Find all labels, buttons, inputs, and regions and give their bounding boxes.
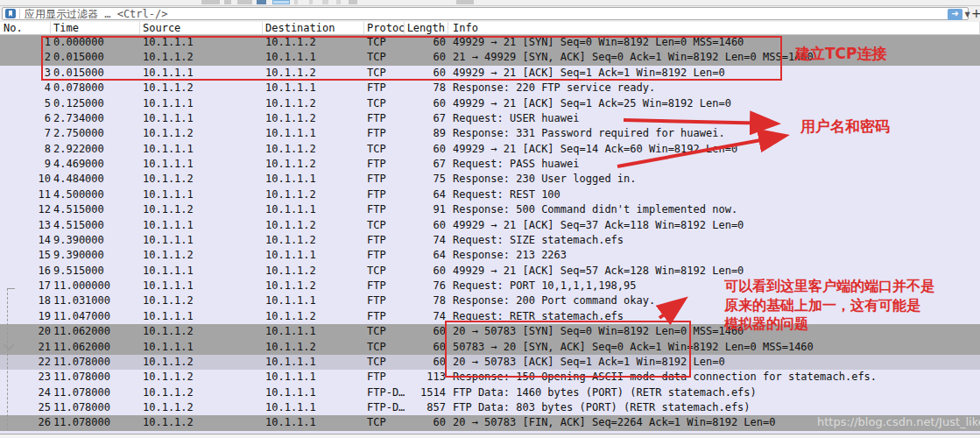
cell-protocol: FTP	[364, 279, 405, 293]
column-header-protocol[interactable]: Protoco:	[364, 22, 405, 34]
apply-filter-button[interactable]: ➜	[948, 9, 962, 20]
packet-row[interactable]: 94.46900010.1.1.110.1.1.2FTP67Request: P…	[0, 157, 980, 172]
cell-protocol: FTP	[364, 81, 405, 95]
cell-time: 9.515000	[51, 264, 140, 279]
cell-info: 49929 → 21 [ACK] Seq=37 Ack=118 Win=8192…	[448, 218, 980, 233]
add-filter-button[interactable]: +	[971, 6, 980, 20]
cell-source: 10.1.1.2	[140, 293, 263, 308]
annotation-port-note: 可以看到这里客户端的端口并不是 原来的基础上加一，这有可能是 模拟器的问题	[724, 277, 934, 334]
cell-no: 14	[0, 233, 51, 248]
cell-source: 10.1.1.2	[140, 126, 263, 141]
cell-time: 11.062000	[51, 324, 140, 339]
list-bottom-strip	[0, 431, 980, 438]
filter-bookmark-icon[interactable]	[5, 9, 16, 18]
display-filter-input[interactable]: 应用显示过滤器 … <Ctrl-/> ➜ ▼	[2, 7, 969, 20]
cell-source: 10.1.1.2	[140, 370, 263, 385]
cell-protocol: FTP	[364, 233, 405, 248]
cell-destination: 10.1.1.1	[263, 126, 364, 141]
cell-destination: 10.1.1.1	[263, 385, 364, 400]
cell-source: 10.1.1.2	[140, 81, 263, 95]
toolbar-button-remnant[interactable]	[201, 0, 220, 4]
cell-protocol: TCP	[364, 415, 405, 430]
cell-time: 11.031000	[51, 293, 140, 308]
cell-source: 10.1.1.1	[140, 96, 263, 111]
packet-row[interactable]: 2411.07800010.1.1.210.1.1.1FTP-D…1514FTP…	[0, 385, 980, 400]
annotation-tcp-handshake: 建立TCP连接	[795, 44, 887, 64]
toolbar-button-remnant[interactable]	[224, 0, 231, 4]
cell-time: 11.078000	[51, 415, 140, 430]
cell-length: 60	[405, 340, 448, 355]
cell-destination: 10.1.1.2	[263, 309, 364, 324]
toolbar-button-remnant[interactable]	[294, 0, 298, 4]
cell-source: 10.1.1.1	[140, 340, 263, 355]
packet-row[interactable]: 2511.07800010.1.1.210.1.1.1FTP-D…857FTP …	[0, 400, 980, 415]
packet-row[interactable]: 149.39000010.1.1.110.1.1.2FTP74Request: …	[0, 233, 980, 248]
toolbar-button-remnant[interactable]	[322, 0, 328, 4]
column-header-no[interactable]: No.	[0, 22, 51, 34]
cell-time: 11.000000	[51, 279, 140, 293]
related-packets-line	[7, 288, 8, 430]
cell-destination: 10.1.1.1	[263, 415, 364, 430]
packet-list-header: No.TimeSourceDestinationProtoco:LengthIn…	[0, 22, 980, 35]
cell-destination: 10.1.1.1	[263, 324, 364, 339]
cell-destination: 10.1.1.2	[263, 157, 364, 172]
cell-length: 74	[405, 309, 448, 324]
cell-length: 60	[405, 324, 448, 339]
cell-no: 5	[0, 96, 51, 111]
cell-destination: 10.1.1.1	[263, 293, 364, 308]
cell-destination: 10.1.1.2	[263, 340, 364, 355]
cell-length: 60	[405, 142, 448, 157]
toolbar-remnant-strip	[0, 0, 980, 6]
toolbar-button-remnant[interactable]	[349, 0, 357, 4]
packet-row[interactable]: 134.51500010.1.1.110.1.1.2TCP6049929 → 2…	[0, 218, 980, 233]
column-header-info[interactable]: Info	[448, 22, 980, 34]
cell-length: 75	[405, 172, 448, 187]
annotation-credentials: 用户名和密码	[800, 117, 890, 137]
cell-time: 11.078000	[51, 385, 140, 400]
packet-row[interactable]: 104.48400010.1.1.210.1.1.1FTP75Response:…	[0, 172, 980, 187]
cell-time: 2.734000	[51, 111, 140, 126]
packet-row[interactable]: 50.12500010.1.1.110.1.1.2TCP6049929 → 21…	[0, 96, 980, 111]
cell-no: 16	[0, 264, 51, 279]
toolbar-button-remnant[interactable]	[456, 0, 474, 4]
cell-protocol: FTP	[364, 157, 405, 172]
packet-row[interactable]: 114.50000010.1.1.110.1.1.2FTP64Request: …	[0, 187, 980, 202]
cell-time: 11.078000	[51, 355, 140, 370]
cell-length: 857	[405, 400, 448, 415]
column-header-length[interactable]: Length	[405, 22, 448, 34]
cell-protocol: FTP	[364, 172, 405, 187]
toolbar-button-remnant[interactable]	[237, 0, 252, 4]
cell-destination: 10.1.1.1	[263, 248, 364, 263]
cell-length: 74	[405, 233, 448, 248]
cell-info: Response: 213 2263	[448, 248, 980, 263]
cell-time: 11.047000	[51, 309, 140, 324]
annotation-box-data-connection	[445, 321, 691, 378]
column-header-destination[interactable]: Destination	[263, 22, 364, 34]
toolbar-button-remnant[interactable]	[257, 0, 266, 4]
cell-no: 4	[0, 81, 51, 95]
cell-length: 67	[405, 111, 448, 126]
cell-length: 60	[405, 264, 448, 279]
column-header-time[interactable]: Time	[51, 22, 140, 34]
packet-row[interactable]: 124.51500010.1.1.210.1.1.1FTP91Response:…	[0, 202, 980, 217]
toolbar-button-remnant[interactable]	[336, 0, 341, 4]
packet-row[interactable]: 82.92200010.1.1.110.1.1.2TCP6049929 → 21…	[0, 142, 980, 157]
cell-protocol: FTP-D…	[364, 385, 405, 400]
bottom-divider	[0, 434, 980, 434]
cell-length: 1514	[405, 385, 448, 400]
cell-source: 10.1.1.2	[140, 248, 263, 263]
filter-dropdown-caret-icon[interactable]: ▼	[963, 9, 971, 20]
packet-row[interactable]: 40.07800010.1.1.210.1.1.1FTP78Response: …	[0, 81, 980, 95]
annotation-box-tcp-handshake	[41, 36, 782, 81]
toolbar-button-remnant[interactable]	[272, 0, 290, 4]
display-filter-bar: 应用显示过滤器 … <Ctrl-/> ➜ ▼ +	[0, 6, 980, 22]
cell-info: 49929 → 21 [ACK] Seq=1 Ack=25 Win=8192 L…	[448, 96, 980, 111]
cell-info: FTP Data: 803 bytes (PORT) (RETR statema…	[448, 400, 980, 415]
cell-no: 10	[0, 172, 51, 187]
cell-destination: 10.1.1.2	[263, 111, 364, 126]
packet-row[interactable]: 159.39000010.1.1.210.1.1.1FTP64Response:…	[0, 248, 980, 263]
column-header-source[interactable]: Source	[140, 22, 263, 34]
cell-info: Response: 500 Command didn't implemented…	[448, 202, 980, 217]
cell-protocol: FTP	[364, 248, 405, 263]
toolbar-button-remnant[interactable]	[309, 0, 313, 4]
